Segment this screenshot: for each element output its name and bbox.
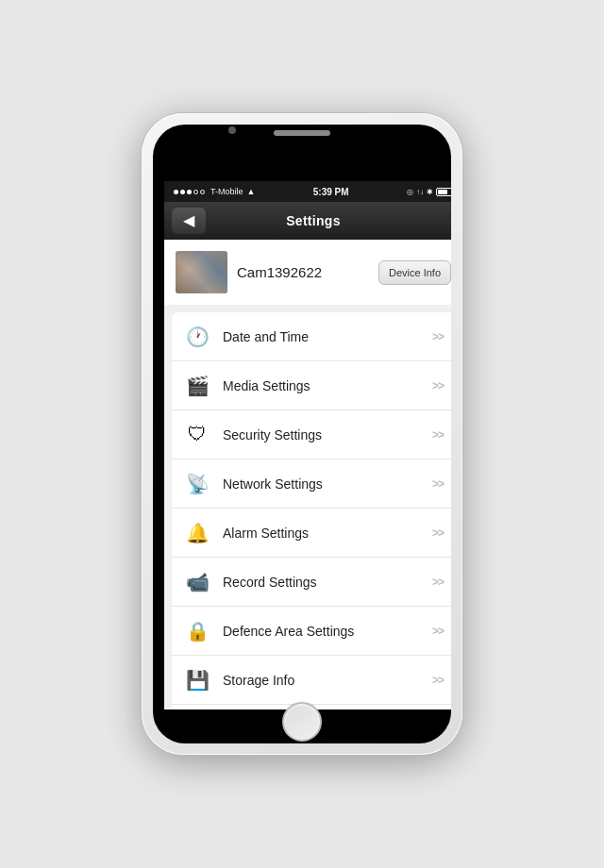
signal-icon: ↑↓ (416, 188, 424, 196)
wifi-icon: ▲ (247, 187, 256, 196)
phone-camera (228, 126, 236, 134)
settings-item-network[interactable]: 📡 Network Settings >> (172, 459, 451, 509)
phone-screen-wrapper: T-Mobile ▲ 5:39 PM ◎ ↑↓ ✱ ◀ Sett (153, 125, 451, 743)
network-icon: 📡 (183, 470, 211, 498)
media-icon: 🎬 (183, 372, 211, 400)
datetime-chevron: >> (432, 330, 444, 343)
settings-item-media[interactable]: 🎬 Media Settings >> (172, 361, 451, 410)
network-label: Network Settings (223, 476, 421, 492)
location-icon: ◎ (407, 188, 413, 196)
settings-item-alarm[interactable]: 🔔 Alarm Settings >> (172, 509, 451, 558)
defence-chevron: >> (432, 625, 444, 638)
phone-frame: T-Mobile ▲ 5:39 PM ◎ ↑↓ ✱ ◀ Sett (142, 113, 462, 755)
device-info-button[interactable]: Device Info (378, 260, 451, 285)
record-icon: 📹 (183, 568, 211, 596)
status-dots (174, 190, 205, 194)
signal-dot-2 (180, 190, 185, 194)
camera-thumbnail (176, 251, 227, 293)
security-chevron: >> (432, 428, 444, 442)
settings-item-storage[interactable]: 💾 Storage Info >> (172, 656, 451, 705)
back-arrow-icon: ◀ (183, 213, 194, 228)
network-chevron: >> (432, 477, 444, 491)
home-button[interactable] (282, 702, 322, 742)
camera-thumb-image (176, 251, 227, 293)
settings-item-defence[interactable]: 🔒 Defence Area Settings >> (172, 607, 451, 656)
bluetooth-icon: ✱ (427, 188, 433, 196)
signal-dot-1 (174, 190, 178, 194)
status-right: ◎ ↑↓ ✱ (407, 188, 451, 196)
defence-label: Defence Area Settings (223, 624, 421, 639)
camera-info-section: Cam1392622 Device Info (164, 240, 451, 305)
record-label: Record Settings (223, 575, 421, 590)
battery-fill (438, 190, 448, 194)
screen: T-Mobile ▲ 5:39 PM ◎ ↑↓ ✱ ◀ Sett (164, 181, 451, 709)
status-bar: T-Mobile ▲ 5:39 PM ◎ ↑↓ ✱ (164, 181, 451, 202)
carrier-label: T-Mobile (210, 187, 243, 196)
record-chevron: >> (432, 576, 444, 589)
status-left: T-Mobile ▲ (174, 187, 255, 196)
back-button[interactable]: ◀ (172, 208, 206, 234)
storage-label: Storage Info (223, 673, 421, 688)
security-label: Security Settings (223, 427, 421, 442)
signal-dot-3 (187, 190, 192, 194)
phone-speaker (274, 130, 330, 136)
camera-name: Cam1392622 (237, 264, 369, 280)
alarm-chevron: >> (432, 526, 444, 540)
settings-item-security[interactable]: 🛡 Security Settings >> (172, 410, 451, 459)
alarm-icon: 🔔 (183, 519, 211, 547)
status-time: 5:39 PM (313, 187, 349, 197)
security-icon: 🛡 (183, 421, 211, 449)
page-title: Settings (286, 213, 341, 228)
storage-chevron: >> (432, 674, 444, 687)
datetime-label: Date and Time (223, 329, 421, 344)
settings-item-record[interactable]: 📹 Record Settings >> (172, 558, 451, 607)
battery-indicator (436, 188, 451, 196)
signal-dot-4 (193, 190, 198, 194)
alarm-label: Alarm Settings (223, 526, 421, 541)
nav-bar: ◀ Settings (164, 202, 451, 240)
media-chevron: >> (432, 379, 444, 392)
storage-icon: 💾 (183, 666, 211, 694)
media-label: Media Settings (223, 378, 421, 393)
settings-item-datetime[interactable]: 🕐 Date and Time >> (172, 312, 451, 361)
signal-dot-5 (200, 190, 205, 194)
settings-list: 🕐 Date and Time >> 🎬 Media Settings >> 🛡… (172, 312, 451, 709)
datetime-icon: 🕐 (183, 323, 211, 351)
content-area: Cam1392622 Device Info 🕐 Date and Time >… (164, 240, 451, 709)
defence-icon: 🔒 (183, 617, 211, 645)
